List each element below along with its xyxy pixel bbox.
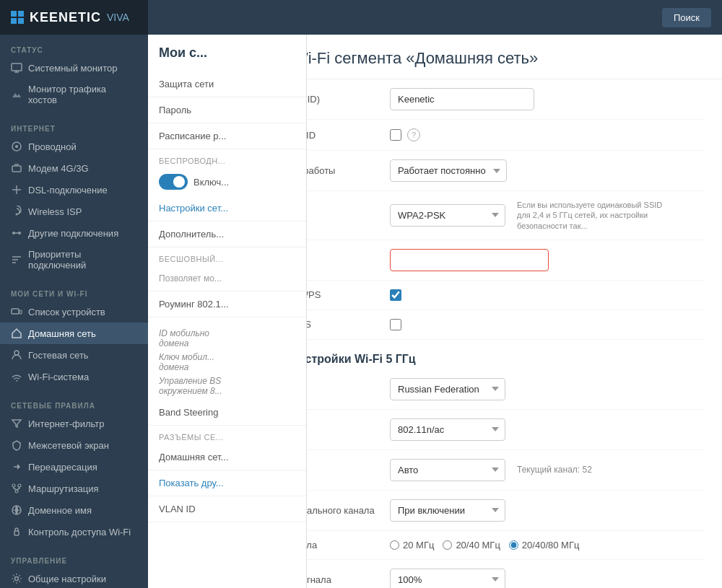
redirect-icon bbox=[11, 461, 22, 473]
sidebar-item-wifi-system[interactable]: Wi-Fi-система bbox=[0, 366, 148, 387]
password-input[interactable] bbox=[390, 249, 549, 271]
sidebar-item-general-settings[interactable]: Общие настройки bbox=[0, 568, 148, 588]
sidebar-item-routing[interactable]: Маршрутизация bbox=[0, 478, 148, 499]
sidebar-item-label: Общие настройки bbox=[28, 574, 106, 584]
left-nav-item-schedule[interactable]: Расписание р... bbox=[148, 123, 306, 149]
monitor-icon bbox=[11, 62, 22, 74]
priority-icon bbox=[11, 254, 22, 266]
left-nav-item-allows: Позволяет мо... bbox=[148, 266, 306, 291]
radio-204080mhz[interactable]: 20/40/80 МГц bbox=[509, 540, 580, 550]
sidebar-item-guest-network[interactable]: Гостевая сеть bbox=[0, 344, 148, 366]
sidebar-item-traffic-monitor[interactable]: Монитор трафика хостов bbox=[0, 79, 148, 110]
wps-pin-row: ПИН-код WPS bbox=[307, 310, 704, 340]
radio-2040mhz[interactable]: 20/40 МГц bbox=[443, 540, 500, 550]
radio-204080mhz-input[interactable] bbox=[509, 540, 518, 550]
standard-label: Стандарт bbox=[307, 424, 379, 435]
radio-2040mhz-label: 20/40 МГц bbox=[456, 540, 500, 550]
hide-ssid-checkbox[interactable] bbox=[390, 129, 401, 141]
left-nav-item-network-settings[interactable]: Настройки сет... bbox=[148, 196, 306, 221]
left-nav-item-home-net[interactable]: Домашняя сет... bbox=[148, 444, 306, 470]
signal-power-select[interactable]: 100% 75% 50% 25% bbox=[390, 569, 505, 588]
app-title: KEENETIC bbox=[30, 10, 101, 25]
sidebar-item-other-connections[interactable]: Другие подключения bbox=[0, 222, 148, 244]
wireless-toggle[interactable] bbox=[159, 174, 188, 190]
svg-rect-3 bbox=[18, 18, 24, 24]
radio-20mhz-label: 20 МГц bbox=[403, 540, 434, 550]
wps-checkbox[interactable] bbox=[390, 289, 401, 301]
sidebar-item-wireless-isp[interactable]: Wireless ISP bbox=[0, 201, 148, 222]
sidebar-item-label: Модем 4G/3G bbox=[28, 163, 89, 174]
sidebar-item-firewall[interactable]: Межсетевой экран bbox=[0, 434, 148, 456]
sidebar-item-devices[interactable]: Список устройств bbox=[0, 301, 148, 322]
sidebar-item-dsl[interactable]: DSL-подключение bbox=[0, 179, 148, 201]
channel-select[interactable]: Авто 1 6 11 bbox=[390, 459, 505, 481]
general-section-heading: Общие настройки Wi-Fi 5 ГГц bbox=[307, 340, 704, 369]
sidebar-item-domain[interactable]: Доменное имя bbox=[0, 499, 148, 521]
hide-ssid-help-icon[interactable]: ? bbox=[407, 128, 420, 141]
country-control: Russian Federation United States Germany bbox=[390, 378, 704, 400]
radio-2040mhz-input[interactable] bbox=[443, 540, 452, 550]
sidebar-item-label: Wireless ISP bbox=[28, 206, 82, 217]
radio-20mhz[interactable]: 20 МГц bbox=[390, 540, 434, 550]
password-row: Пароль bbox=[307, 240, 704, 281]
radio-20mhz-input[interactable] bbox=[390, 540, 399, 550]
wireless-toggle-label: Включ... bbox=[193, 177, 229, 188]
security-select[interactable]: WPA2-PSK WPA-PSK WPA/WPA2-PSK Открытая bbox=[390, 204, 505, 227]
sidebar-item-filter[interactable]: Интернет-фильтр bbox=[0, 413, 148, 434]
modal-header: 5 ГГц Wi-Fi сегмента «Домашняя сеть» bbox=[307, 35, 722, 79]
svg-point-10 bbox=[18, 232, 21, 234]
svg-point-16 bbox=[15, 490, 18, 493]
section-title-management: УПРАВЛЕНИЕ bbox=[0, 553, 148, 568]
hide-ssid-label: Скрывать SSID bbox=[307, 130, 379, 141]
traffic-icon bbox=[11, 89, 22, 100]
left-panel: Мои с... Защита сети Пароль Расписание р… bbox=[148, 35, 307, 588]
ssid-label: Имя сети (SSID) bbox=[307, 94, 379, 105]
bs-management-label: Управление BSокружением 8... bbox=[159, 376, 295, 396]
security-label: Защита сети bbox=[307, 210, 379, 221]
sidebar-item-home-network[interactable]: Домашняя сеть bbox=[0, 322, 148, 344]
sidebar-item-label: Контроль доступа Wi-Fi bbox=[28, 527, 131, 537]
svg-rect-2 bbox=[11, 18, 17, 24]
hide-ssid-row: Скрывать SSID ? bbox=[307, 120, 704, 151]
signal-power-control: 100% 75% 50% 25% bbox=[390, 569, 704, 588]
signal-power-row: Мощность сигнала 100% 75% 50% 25% bbox=[307, 560, 704, 588]
standard-select[interactable]: 802.11n/ac 802.11a/n 802.11ac bbox=[390, 418, 505, 441]
left-nav-item-password[interactable]: Пароль bbox=[148, 97, 306, 123]
sidebar: KEENETIC VIVA СТАТУС Системный монитор М… bbox=[0, 0, 148, 588]
app-subtitle: VIVA bbox=[107, 12, 129, 23]
sidebar-item-wifi-access[interactable]: Контроль доступа Wi-Fi bbox=[0, 521, 148, 543]
security-note: Если вы используете одинаковый SSID для … bbox=[517, 200, 676, 231]
sidebar-item-redirect[interactable]: Переадресация bbox=[0, 456, 148, 478]
channel-width-radio-group: 20 МГц 20/40 МГц 20/40/80 МГц bbox=[390, 540, 579, 550]
sidebar-item-label: Интернет-фильтр bbox=[28, 418, 105, 429]
search-button[interactable]: Поиск bbox=[662, 8, 711, 27]
country-select[interactable]: Russian Federation United States Germany bbox=[390, 378, 505, 400]
left-panel-title: Мои с... bbox=[148, 45, 306, 71]
left-nav-item-vlan[interactable]: VLAN ID bbox=[148, 496, 306, 522]
optimal-channel-label: Выбор оптимального канала bbox=[307, 505, 379, 516]
guest-icon bbox=[11, 349, 22, 361]
hide-ssid-control: ? bbox=[390, 128, 704, 141]
sidebar-item-wired[interactable]: Проводной bbox=[0, 136, 148, 157]
wps-pin-checkbox[interactable] bbox=[390, 319, 401, 330]
sidebar-item-modem[interactable]: Модем 4G/3G bbox=[0, 157, 148, 179]
standard-control: 802.11n/ac 802.11a/n 802.11ac bbox=[390, 418, 704, 441]
left-nav-section-connectors: Разъёмы се... bbox=[148, 426, 306, 444]
svg-rect-1 bbox=[18, 11, 24, 17]
settings-icon bbox=[11, 573, 22, 584]
schedule-select[interactable]: Работает постоянно По расписанию bbox=[390, 159, 507, 182]
left-nav-item-protection[interactable]: Защита сети bbox=[148, 71, 306, 97]
left-nav-item-additional[interactable]: Дополнитель... bbox=[148, 221, 306, 247]
sidebar-item-label: DSL-подключение bbox=[28, 185, 108, 196]
sidebar-item-priorities[interactable]: Приоритеты подключений bbox=[0, 244, 148, 276]
ssid-input[interactable] bbox=[390, 88, 534, 110]
left-nav-item-band-steering[interactable]: Band Steering bbox=[148, 400, 306, 426]
sidebar-item-system-monitor[interactable]: Системный монитор bbox=[0, 57, 148, 79]
topbar: Поиск bbox=[148, 0, 722, 35]
left-nav-item-show-other[interactable]: Показать дру... bbox=[148, 470, 306, 496]
left-nav-item-roaming[interactable]: Роуминг 802.1... bbox=[148, 291, 306, 317]
section-title-rules: СЕТЕВЫЕ ПРАВИЛА bbox=[0, 398, 148, 413]
optimal-channel-select[interactable]: При включении Всегда Никогда bbox=[390, 499, 505, 522]
access-icon bbox=[11, 526, 22, 537]
content-body: Мои с... Защита сети Пароль Расписание р… bbox=[148, 35, 722, 588]
